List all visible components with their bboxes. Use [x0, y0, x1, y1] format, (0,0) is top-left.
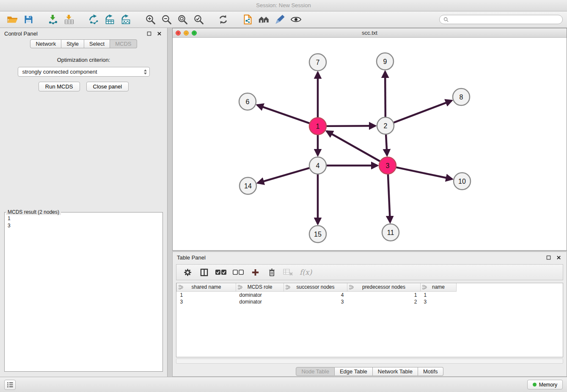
home-button[interactable]: [256, 13, 272, 27]
network-window-title: scc.txt: [362, 30, 377, 36]
table-cell: 1: [421, 291, 457, 298]
annotations-button[interactable]: [272, 13, 288, 27]
svg-text:14: 14: [244, 182, 252, 190]
run-mcds-button[interactable]: Run MCDS: [39, 82, 80, 91]
tab-network-table[interactable]: Network Table: [373, 367, 418, 376]
table-cell: 3: [421, 298, 457, 305]
node-15[interactable]: 15: [309, 226, 326, 243]
unselect-all-columns-button[interactable]: [233, 267, 244, 278]
zoom-in-button[interactable]: [142, 13, 158, 27]
control-panel-header: Control Panel: [0, 28, 167, 39]
tab-motifs[interactable]: Motifs: [418, 367, 443, 376]
tab-node-table[interactable]: Node Table: [296, 367, 335, 376]
column-header-predecessor-nodes[interactable]: predecessor nodes: [347, 283, 421, 291]
node-4[interactable]: 4: [309, 157, 326, 174]
status-bar: Memory: [0, 377, 567, 392]
node-8[interactable]: 8: [453, 88, 470, 105]
delete-column-button[interactable]: [267, 267, 277, 278]
node-11[interactable]: 11: [382, 224, 399, 241]
node-9[interactable]: 9: [377, 53, 394, 70]
first-neighbors-button[interactable]: [239, 13, 256, 27]
open-session-button[interactable]: [4, 13, 20, 27]
node-7[interactable]: 7: [309, 54, 326, 71]
panel-menu-button[interactable]: [4, 380, 16, 390]
network-canvas[interactable]: 7968123414101511: [173, 38, 567, 250]
control-panel-close-button[interactable]: [155, 30, 163, 37]
float-window-icon: [147, 31, 151, 36]
edge-3-1[interactable]: [327, 131, 380, 161]
node-3[interactable]: 3: [379, 157, 396, 174]
criterion-dropdown[interactable]: strongly connected component: [18, 67, 150, 77]
column-header-shared-name[interactable]: shared name: [177, 283, 236, 291]
zoom-selected-button[interactable]: [190, 13, 206, 27]
memory-button[interactable]: Memory: [527, 380, 563, 389]
node-14[interactable]: 14: [239, 177, 256, 194]
node-2[interactable]: 2: [377, 117, 394, 134]
toolbar-separator: [77, 19, 85, 20]
edge-2-8[interactable]: [394, 101, 452, 123]
table-row[interactable]: 3dominator323: [177, 298, 457, 305]
trash-icon: [268, 268, 276, 277]
search-input[interactable]: [451, 17, 559, 23]
edge-3-10[interactable]: [396, 167, 452, 179]
import-network-button[interactable]: [45, 13, 61, 27]
table-panel-close-button[interactable]: [555, 254, 562, 261]
refresh-icon: [218, 14, 228, 25]
network-window-titlebar[interactable]: × − + scc.txt: [173, 28, 567, 38]
column-header-MCDS-role[interactable]: MCDS role: [236, 283, 284, 291]
edge-1-6[interactable]: [257, 105, 310, 123]
tab-mcds[interactable]: MCDS: [110, 39, 137, 48]
function-builder-button[interactable]: f(x): [300, 267, 312, 278]
float-window-icon: [546, 255, 551, 260]
tab-edge-table[interactable]: Edge Table: [335, 367, 373, 376]
float-table-panel-button[interactable]: [545, 254, 552, 261]
node-1[interactable]: 1: [309, 118, 326, 135]
sort-icon: [422, 285, 427, 290]
control-panel: Control Panel NetworkStyleSelectMCDS Opt…: [0, 28, 168, 377]
save-session-button[interactable]: [20, 13, 36, 27]
export-image-button[interactable]: [118, 13, 134, 27]
column-header-successor-nodes[interactable]: successor nodes: [284, 283, 347, 291]
titlebar: Session: New Session: [0, 0, 567, 11]
tab-select[interactable]: Select: [84, 39, 110, 48]
zoom-out-button[interactable]: [158, 13, 174, 27]
float-panel-button[interactable]: [145, 30, 153, 37]
table-settings-button[interactable]: [182, 267, 193, 278]
search-icon: [443, 17, 449, 22]
edge-3-11[interactable]: [388, 174, 390, 222]
edge-4-14[interactable]: [258, 168, 310, 183]
tab-style[interactable]: Style: [61, 39, 84, 48]
edge-2-9[interactable]: [385, 72, 385, 117]
tab-network[interactable]: Network: [30, 39, 61, 48]
close-window-icon[interactable]: ×: [176, 30, 181, 36]
node-6[interactable]: 6: [239, 93, 256, 110]
delete-table-button[interactable]: [283, 267, 293, 278]
select-all-columns-button[interactable]: [215, 267, 226, 278]
zoom-window-icon[interactable]: +: [192, 30, 197, 36]
plus-icon: [251, 268, 259, 276]
search-box[interactable]: [439, 15, 563, 24]
export-table-button[interactable]: [102, 13, 118, 27]
node-10[interactable]: 10: [454, 173, 471, 190]
horizontal-scrollbar[interactable]: [176, 359, 563, 364]
export-network-button[interactable]: [85, 13, 102, 27]
edge-2-3[interactable]: [386, 134, 387, 155]
gear-icon: [183, 268, 192, 277]
show-details-button[interactable]: [288, 13, 304, 27]
import-table-button[interactable]: [61, 13, 77, 27]
mcds-result-title: MCDS result (2 nodes): [6, 209, 61, 215]
create-column-button[interactable]: [250, 267, 260, 278]
fit-content-button[interactable]: [174, 13, 190, 27]
apply-layout-button[interactable]: [215, 13, 231, 27]
open-folder-icon: [7, 14, 18, 25]
svg-text:6: 6: [246, 98, 250, 105]
column-header-name[interactable]: name: [421, 283, 457, 291]
sort-icon: [286, 285, 290, 290]
svg-text:4: 4: [316, 162, 320, 169]
minimize-window-icon[interactable]: −: [184, 30, 189, 36]
mcds-result-box: MCDS result (2 nodes) 13: [4, 209, 163, 372]
table-row[interactable]: 1dominator411: [177, 291, 457, 298]
show-columns-button[interactable]: [199, 267, 209, 278]
close-panel-button[interactable]: Close panel: [86, 82, 129, 91]
edge-1-2[interactable]: [326, 126, 375, 126]
